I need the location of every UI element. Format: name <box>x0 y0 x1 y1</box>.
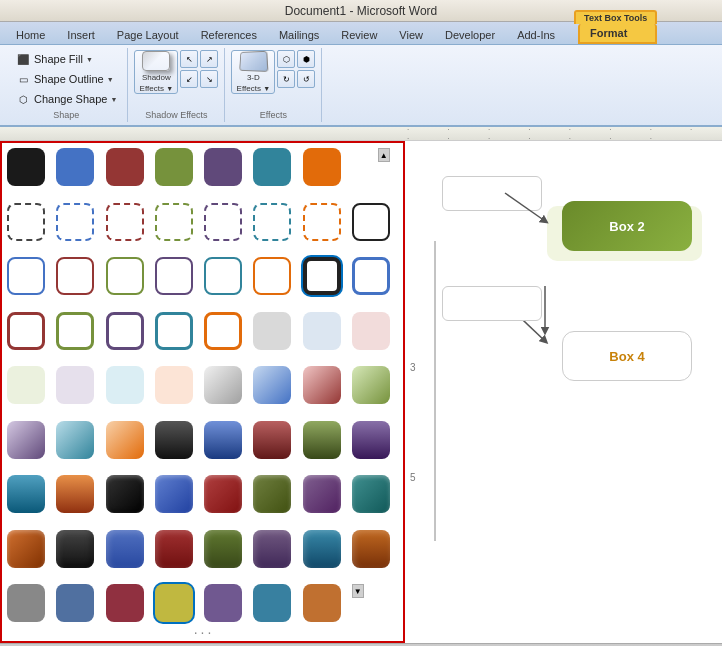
style-outline-purple[interactable] <box>155 257 193 295</box>
box-2[interactable]: Box 2 <box>562 201 692 251</box>
style-dark-black[interactable] <box>155 421 193 459</box>
style-grad-gray[interactable] <box>204 366 242 404</box>
style-solid-black[interactable] <box>7 148 45 186</box>
style-dashed-blue[interactable] <box>56 203 94 241</box>
tab-add-ins[interactable]: Add-Ins <box>506 24 566 44</box>
style-outline-teal[interactable] <box>204 257 242 295</box>
style-solid-teal[interactable] <box>253 148 291 186</box>
shadow-up-btn[interactable]: ↖ <box>180 50 198 68</box>
style-dashed-green[interactable] <box>155 203 193 241</box>
style-flat-yellow[interactable] <box>155 584 193 622</box>
shape-fill-button[interactable]: ⬛ Shape Fill ▼ <box>11 50 121 68</box>
style-thick-red[interactable] <box>7 312 45 350</box>
style-thick-teal[interactable] <box>155 312 193 350</box>
threed-btn1[interactable]: ⬡ <box>277 50 295 68</box>
style-raised-purple[interactable] <box>303 475 341 513</box>
style-thick-green[interactable] <box>56 312 94 350</box>
style-grad-blue[interactable] <box>253 366 291 404</box>
style-dashed-red[interactable] <box>106 203 144 241</box>
style-grad-orange[interactable] <box>106 421 144 459</box>
style-grad-purple[interactable] <box>7 421 45 459</box>
style-solid-orange[interactable] <box>303 148 341 186</box>
tab-format[interactable]: Format <box>578 24 657 44</box>
box-white-1[interactable] <box>442 176 542 211</box>
style-dashed-purple[interactable] <box>204 203 242 241</box>
tab-page-layout[interactable]: Page Layout <box>106 24 190 44</box>
shape-fill-dropdown[interactable]: ▼ <box>86 56 93 63</box>
tab-developer[interactable]: Developer <box>434 24 506 44</box>
style-solid-purple[interactable] <box>204 148 242 186</box>
tab-insert[interactable]: Insert <box>56 24 106 44</box>
style-dark-red[interactable] <box>253 421 291 459</box>
style-dashed-teal[interactable] <box>253 203 291 241</box>
style-dashed-orange[interactable] <box>303 203 341 241</box>
style-light-green[interactable] <box>7 366 45 404</box>
shape-outline-dropdown[interactable]: ▼ <box>107 76 114 83</box>
style-dark-blue[interactable] <box>204 421 242 459</box>
style-raised-orange[interactable] <box>7 530 45 568</box>
threed-btn2[interactable]: ⬢ <box>297 50 315 68</box>
style-light-red[interactable] <box>352 312 390 350</box>
scroll-down-btn[interactable]: ▼ <box>352 584 364 598</box>
style-dark-purple[interactable] <box>352 421 390 459</box>
style-raised-teal[interactable] <box>352 475 390 513</box>
style-flat-red[interactable] <box>106 584 144 622</box>
style-outline-black[interactable] <box>352 203 390 241</box>
style-thick-black[interactable] <box>303 257 341 295</box>
shadow-down-btn[interactable]: ↙ <box>180 70 198 88</box>
style-raised-black[interactable] <box>106 475 144 513</box>
tab-review[interactable]: Review <box>330 24 388 44</box>
tab-mailings[interactable]: Mailings <box>268 24 330 44</box>
style-raised-red[interactable] <box>204 475 242 513</box>
tab-view[interactable]: View <box>388 24 434 44</box>
style-light-purple[interactable] <box>56 366 94 404</box>
shape-outline-button[interactable]: ▭ Shape Outline ▼ <box>11 70 121 88</box>
threed-btn4[interactable]: ↺ <box>297 70 315 88</box>
style-light-blue[interactable] <box>303 312 341 350</box>
style-solid-blue[interactable] <box>56 148 94 186</box>
style-flat-teal2[interactable] <box>253 584 291 622</box>
tab-references[interactable]: References <box>190 24 268 44</box>
style-flat-gray[interactable] <box>7 584 45 622</box>
style-inset-orange[interactable] <box>352 530 390 568</box>
style-solid-green[interactable] <box>155 148 193 186</box>
shadow-left-btn[interactable]: ↘ <box>200 70 218 88</box>
style-light-teal[interactable] <box>106 366 144 404</box>
style-dark-green[interactable] <box>303 421 341 459</box>
scroll-up-btn[interactable]: ▲ <box>378 148 390 162</box>
style-grad-teal[interactable] <box>56 421 94 459</box>
style-thick-orange[interactable] <box>204 312 242 350</box>
style-inset-purple[interactable] <box>253 530 291 568</box>
style-dark-orange[interactable] <box>56 475 94 513</box>
style-grad-red[interactable] <box>303 366 341 404</box>
box-4[interactable]: Box 4 <box>562 331 692 381</box>
style-light-gray[interactable] <box>253 312 291 350</box>
threed-effects-button[interactable]: 3-D Effects ▼ <box>231 50 275 94</box>
style-inset-red[interactable] <box>155 530 193 568</box>
style-thick-blue[interactable] <box>352 257 390 295</box>
style-outline-blue[interactable] <box>7 257 45 295</box>
style-thick-purple[interactable] <box>106 312 144 350</box>
style-solid-darkred[interactable] <box>106 148 144 186</box>
style-inset-green[interactable] <box>204 530 242 568</box>
style-light-orange[interactable] <box>155 366 193 404</box>
style-grad-green[interactable] <box>352 366 390 404</box>
style-raised-green[interactable] <box>253 475 291 513</box>
tab-home[interactable]: Home <box>5 24 56 44</box>
style-flat-orange[interactable] <box>303 584 341 622</box>
threed-btn3[interactable]: ↻ <box>277 70 295 88</box>
style-flat-blue[interactable] <box>56 584 94 622</box>
style-flat-purple2[interactable] <box>204 584 242 622</box>
style-inset-teal[interactable] <box>303 530 341 568</box>
box-white-3[interactable] <box>442 286 542 321</box>
style-raised-blue[interactable] <box>155 475 193 513</box>
style-dark-teal[interactable] <box>7 475 45 513</box>
style-outline-green[interactable] <box>106 257 144 295</box>
shadow-effects-button[interactable]: Shadow Effects ▼ <box>134 50 178 94</box>
change-shape-dropdown[interactable]: ▼ <box>110 96 117 103</box>
style-outline-orange[interactable] <box>253 257 291 295</box>
style-inset-blue[interactable] <box>106 530 144 568</box>
shadow-right-btn[interactable]: ↗ <box>200 50 218 68</box>
style-dashed-black[interactable] <box>7 203 45 241</box>
style-inset-black[interactable] <box>56 530 94 568</box>
